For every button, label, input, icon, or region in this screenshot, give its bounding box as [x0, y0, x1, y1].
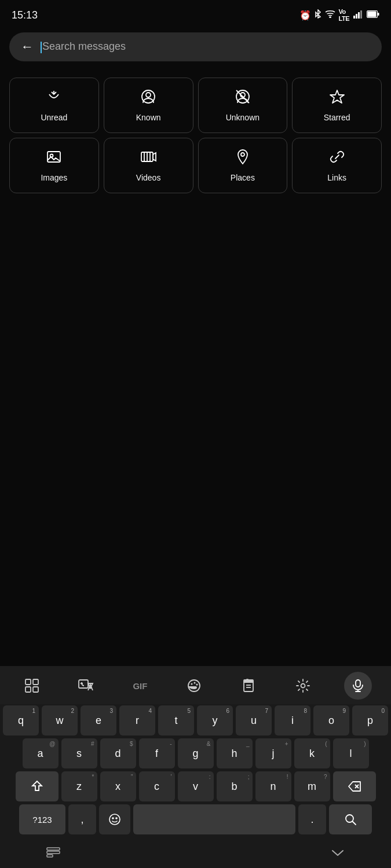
keyboard-switch-icon[interactable]: [46, 846, 60, 861]
status-bar: 15:13 ⏰ VoLTE: [0, 0, 391, 28]
svg-point-29: [196, 684, 198, 686]
key-o[interactable]: 9o: [313, 705, 349, 735]
key-v[interactable]: :v: [178, 771, 214, 801]
keyboard-row-2: @a #s $d -f &g _h +j (k )l: [2, 738, 389, 768]
key-i[interactable]: 8i: [275, 705, 310, 735]
back-button[interactable]: ←: [21, 39, 34, 54]
svg-rect-2: [356, 14, 357, 19]
svg-rect-22: [33, 679, 38, 685]
key-y[interactable]: 6y: [197, 705, 233, 735]
comma-key[interactable]: ,: [68, 804, 96, 834]
key-n[interactable]: !n: [255, 771, 291, 801]
svg-marker-13: [330, 90, 344, 103]
key-f[interactable]: -f: [139, 738, 175, 768]
key-g[interactable]: &g: [178, 738, 214, 768]
status-time: 15:13: [12, 9, 38, 21]
signal-icon: [353, 10, 363, 20]
places-label: Places: [231, 173, 255, 182]
key-r[interactable]: 4r: [119, 705, 155, 735]
keyboard-area: GIF: [0, 666, 391, 868]
filter-grid: Unread Known Unknown: [0, 68, 391, 203]
images-label: Images: [41, 173, 67, 182]
backspace-key[interactable]: [333, 771, 376, 801]
filter-images[interactable]: Images: [9, 138, 99, 193]
svg-rect-45: [47, 848, 60, 850]
svg-rect-35: [356, 680, 360, 687]
search-key[interactable]: [329, 804, 372, 834]
key-t[interactable]: 5t: [158, 705, 194, 735]
search-input[interactable]: Search messages: [41, 41, 370, 53]
known-label: Known: [136, 113, 161, 122]
filter-links[interactable]: Links: [292, 138, 382, 193]
filter-starred[interactable]: Starred: [292, 78, 382, 133]
keyboard-settings-button[interactable]: [290, 673, 316, 698]
keyboard-row-3: *z "x 'c :v ;b !n ?m: [2, 771, 389, 801]
svg-rect-1: [353, 16, 355, 19]
location-icon: [235, 149, 251, 167]
svg-rect-23: [25, 687, 31, 692]
mic-button[interactable]: [344, 672, 372, 700]
svg-rect-3: [358, 12, 360, 19]
svg-rect-4: [360, 10, 362, 19]
svg-point-20: [241, 153, 244, 156]
key-x[interactable]: "x: [100, 771, 136, 801]
filter-unread[interactable]: Unread: [9, 78, 99, 133]
period-key[interactable]: .: [298, 804, 326, 834]
key-p[interactable]: 0p: [352, 705, 388, 735]
key-z[interactable]: *z: [61, 771, 97, 801]
svg-line-44: [353, 822, 356, 825]
filter-places[interactable]: Places: [198, 138, 288, 193]
key-j[interactable]: +j: [255, 738, 291, 768]
keyboard-row-4: ?123 , .: [2, 804, 389, 834]
key-b[interactable]: ;b: [217, 771, 253, 801]
battery-icon: [367, 10, 379, 20]
bluetooth-icon: [315, 9, 321, 21]
key-c[interactable]: 'c: [139, 771, 175, 801]
key-l[interactable]: )l: [333, 738, 369, 768]
link-icon: [329, 149, 345, 167]
translate-button[interactable]: [73, 673, 98, 698]
key-h[interactable]: _h: [217, 738, 253, 768]
star-icon: [329, 89, 345, 107]
svg-point-26: [188, 680, 200, 692]
filter-videos[interactable]: Videos: [104, 138, 193, 193]
status-icons: ⏰ VoLTE: [299, 8, 379, 22]
image-icon: [46, 149, 62, 167]
search-bar[interactable]: ← Search messages: [9, 32, 382, 61]
keyboard-apps-button[interactable]: [19, 673, 45, 698]
key-q[interactable]: 1q: [3, 705, 39, 735]
palette-button[interactable]: [181, 673, 207, 698]
key-s[interactable]: #s: [61, 738, 97, 768]
emoji-key[interactable]: [99, 804, 130, 834]
bottom-bar: [0, 841, 391, 868]
svg-point-42: [116, 818, 117, 819]
svg-rect-21: [25, 679, 31, 685]
known-icon: [140, 89, 156, 107]
gif-button[interactable]: GIF: [127, 673, 153, 698]
num-key[interactable]: ?123: [19, 804, 65, 834]
key-k[interactable]: (k: [294, 738, 330, 768]
svg-rect-7: [368, 12, 377, 17]
svg-rect-24: [33, 687, 38, 692]
key-u[interactable]: 7u: [236, 705, 272, 735]
key-a[interactable]: @a: [23, 738, 59, 768]
chevron-down-icon[interactable]: [331, 846, 345, 861]
keyboard-row-1: 1q 2w 3e 4r 5t 6y 7u 8i 9o 0p: [2, 705, 389, 735]
svg-point-41: [112, 818, 114, 819]
unread-label: Unread: [41, 113, 67, 122]
volte-icon: VoLTE: [339, 8, 349, 22]
key-w[interactable]: 2w: [42, 705, 78, 735]
key-e[interactable]: 3e: [81, 705, 116, 735]
shift-key[interactable]: [16, 771, 59, 801]
filter-unknown[interactable]: Unknown: [198, 78, 288, 133]
unread-icon: [46, 89, 62, 107]
filter-known[interactable]: Known: [104, 78, 193, 133]
starred-label: Starred: [324, 113, 350, 122]
key-d[interactable]: $d: [100, 738, 136, 768]
svg-rect-47: [47, 855, 53, 857]
unknown-label: Unknown: [226, 113, 260, 122]
clipboard-button[interactable]: [236, 673, 261, 698]
space-key[interactable]: [133, 804, 295, 834]
key-m[interactable]: ?m: [294, 771, 330, 801]
wifi-icon: [325, 10, 335, 20]
